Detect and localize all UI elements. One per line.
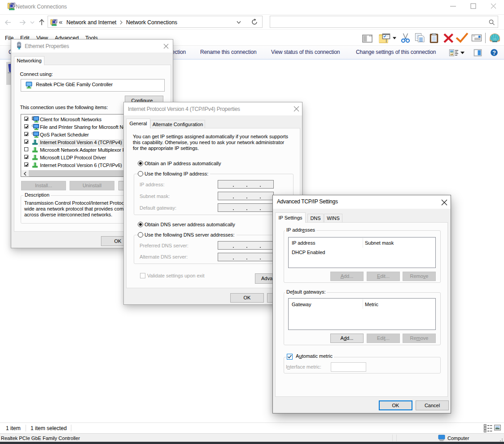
svg-text:?: ? [492,50,496,56]
